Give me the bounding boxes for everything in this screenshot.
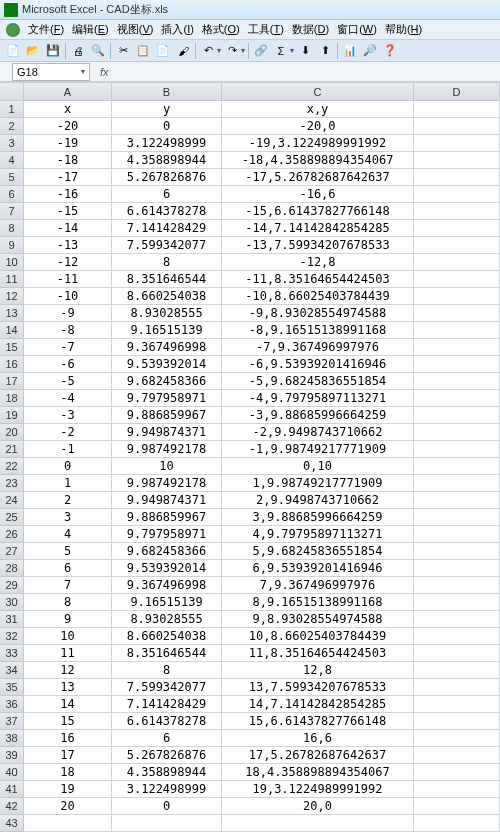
cell[interactable]: -15,6.61437827766148: [222, 203, 414, 220]
row-header[interactable]: 23: [0, 475, 24, 492]
cell[interactable]: -13,7.59934207678533: [222, 237, 414, 254]
redo-icon[interactable]: ↷: [223, 42, 241, 60]
cell[interactable]: -20: [24, 118, 112, 135]
cell[interactable]: 7.141428429: [112, 220, 222, 237]
row-header[interactable]: 31: [0, 611, 24, 628]
cell[interactable]: 9.16515139: [112, 322, 222, 339]
cell[interactable]: 8.93028555: [112, 611, 222, 628]
cell[interactable]: 6: [112, 730, 222, 747]
cell[interactable]: [414, 373, 500, 390]
cell[interactable]: 9.949874371: [112, 492, 222, 509]
cell[interactable]: -12,8: [222, 254, 414, 271]
office-icon[interactable]: [6, 23, 20, 37]
cell[interactable]: 12: [24, 662, 112, 679]
cell[interactable]: [414, 543, 500, 560]
row-header[interactable]: 35: [0, 679, 24, 696]
row-header[interactable]: 33: [0, 645, 24, 662]
cell[interactable]: [414, 509, 500, 526]
cell[interactable]: 6: [112, 186, 222, 203]
cell[interactable]: 7.141428429: [112, 696, 222, 713]
cell[interactable]: [414, 492, 500, 509]
cell[interactable]: 5.267826876: [112, 747, 222, 764]
row-header[interactable]: 20: [0, 424, 24, 441]
cell[interactable]: x,y: [222, 101, 414, 118]
row-header[interactable]: 24: [0, 492, 24, 509]
select-all-corner[interactable]: [0, 83, 24, 101]
cell[interactable]: 4,9.79795897113271: [222, 526, 414, 543]
cell[interactable]: 9.797958971: [112, 390, 222, 407]
cell[interactable]: [414, 135, 500, 152]
cell[interactable]: 9,8.93028554974588: [222, 611, 414, 628]
cell[interactable]: 10: [24, 628, 112, 645]
cell[interactable]: -3: [24, 407, 112, 424]
cell[interactable]: 4.358898944: [112, 764, 222, 781]
row-header[interactable]: 1: [0, 101, 24, 118]
cell[interactable]: -10: [24, 288, 112, 305]
cell[interactable]: [414, 118, 500, 135]
row-header[interactable]: 21: [0, 441, 24, 458]
cell[interactable]: 10,8.66025403784439: [222, 628, 414, 645]
cell[interactable]: 2: [24, 492, 112, 509]
chevron-down-icon[interactable]: ▾: [81, 67, 85, 76]
cell[interactable]: 3.122498999: [112, 135, 222, 152]
cell[interactable]: 12,8: [222, 662, 414, 679]
cell[interactable]: 7: [24, 577, 112, 594]
cell[interactable]: 8.351646544: [112, 271, 222, 288]
cell[interactable]: 5.267826876: [112, 169, 222, 186]
format-painter-icon[interactable]: 🖌: [174, 42, 192, 60]
cell[interactable]: 8: [112, 254, 222, 271]
cell[interactable]: 14: [24, 696, 112, 713]
menu-i[interactable]: 插入(I): [157, 20, 197, 39]
cell[interactable]: -11: [24, 271, 112, 288]
row-header[interactable]: 32: [0, 628, 24, 645]
cell[interactable]: [414, 288, 500, 305]
cell[interactable]: [414, 594, 500, 611]
cell[interactable]: -6,9.53939201416946: [222, 356, 414, 373]
name-box[interactable]: G18 ▾: [12, 63, 90, 81]
cell[interactable]: 6.614378278: [112, 203, 222, 220]
chevron-down-icon[interactable]: ▾: [217, 46, 221, 55]
print-icon[interactable]: 🖨: [69, 42, 87, 60]
fx-label[interactable]: fx: [100, 66, 109, 78]
row-header[interactable]: 2: [0, 118, 24, 135]
cell[interactable]: 8: [24, 594, 112, 611]
cell[interactable]: [414, 339, 500, 356]
cell[interactable]: 17: [24, 747, 112, 764]
row-header[interactable]: 4: [0, 152, 24, 169]
cell[interactable]: 9.949874371: [112, 424, 222, 441]
row-header[interactable]: 14: [0, 322, 24, 339]
cell[interactable]: 8.660254038: [112, 628, 222, 645]
cell[interactable]: x: [24, 101, 112, 118]
cell[interactable]: [414, 356, 500, 373]
cell[interactable]: -1: [24, 441, 112, 458]
cell[interactable]: -13: [24, 237, 112, 254]
cell[interactable]: -12: [24, 254, 112, 271]
col-header-B[interactable]: B: [112, 83, 222, 101]
cell[interactable]: 13,7.59934207678533: [222, 679, 414, 696]
cell[interactable]: [414, 152, 500, 169]
cell[interactable]: 7.599342077: [112, 679, 222, 696]
cell[interactable]: 0: [24, 458, 112, 475]
cell[interactable]: [414, 254, 500, 271]
cell[interactable]: [414, 560, 500, 577]
cell[interactable]: 10: [112, 458, 222, 475]
row-header[interactable]: 9: [0, 237, 24, 254]
cell[interactable]: -19: [24, 135, 112, 152]
row-header[interactable]: 41: [0, 781, 24, 798]
cell[interactable]: [414, 237, 500, 254]
paste-icon[interactable]: 📄: [154, 42, 172, 60]
zoom-icon[interactable]: 🔎: [361, 42, 379, 60]
cell[interactable]: -8: [24, 322, 112, 339]
cell[interactable]: [414, 798, 500, 815]
cell[interactable]: 9.886859967: [112, 509, 222, 526]
cell[interactable]: 9.367496998: [112, 339, 222, 356]
cut-icon[interactable]: ✂: [114, 42, 132, 60]
cell[interactable]: -10,8.66025403784439: [222, 288, 414, 305]
cell[interactable]: -4,9.79795897113271: [222, 390, 414, 407]
sum-icon[interactable]: Σ: [272, 42, 290, 60]
cell[interactable]: 3,9.88685996664259: [222, 509, 414, 526]
cell[interactable]: -15: [24, 203, 112, 220]
cell[interactable]: 9.987492178: [112, 441, 222, 458]
cell[interactable]: -18,4.358898894354067: [222, 152, 414, 169]
cell[interactable]: 7,9.367496997976: [222, 577, 414, 594]
